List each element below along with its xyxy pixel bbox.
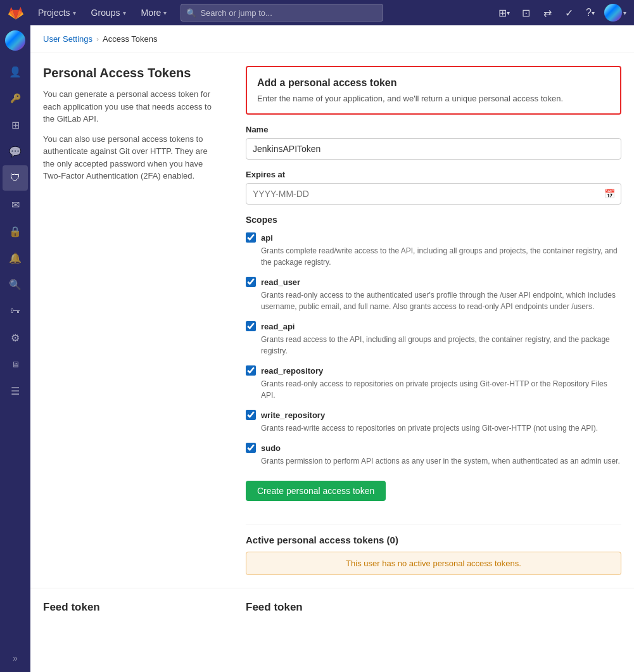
scope-desc-sudo: Grants permission to perform API actions… bbox=[261, 455, 621, 467]
nav-more[interactable]: More ▾ bbox=[135, 0, 174, 25]
breadcrumb-separator: › bbox=[96, 35, 99, 44]
create-token-button[interactable]: Create personal access token bbox=[246, 481, 386, 501]
add-token-desc: Enter the name of your application, and … bbox=[257, 94, 610, 103]
todos-icon[interactable]: ✓ bbox=[559, 3, 579, 23]
sidebar-item-notifications[interactable]: 🔔 bbox=[3, 245, 28, 270]
scope-item-sudo: sudo Grants permission to perform API ac… bbox=[246, 443, 621, 467]
scope-item-read-repository: read_repository Grants read-only access … bbox=[246, 365, 621, 401]
sidebar-item-ssh[interactable]: 🗝 bbox=[3, 298, 28, 324]
feed-token-right: Feed token bbox=[246, 601, 303, 614]
chevron-down-icon: ▾ bbox=[73, 10, 76, 16]
gear-icon: ⚙ bbox=[11, 332, 20, 344]
sidebar-item-email[interactable]: ✉ bbox=[3, 192, 28, 217]
search-bar[interactable]: 🔍 Search or jump to... bbox=[181, 4, 383, 22]
no-tokens-notice: This user has no active personal access … bbox=[246, 552, 621, 575]
expires-field-group: Expires at 📅 bbox=[246, 170, 621, 205]
scope-desc-read-user: Grants read-only access to the authentic… bbox=[261, 289, 621, 312]
scope-item-write-repository: write_repository Grants read-write acces… bbox=[246, 410, 621, 434]
expires-input[interactable] bbox=[246, 183, 621, 205]
breadcrumb: User Settings › Access Tokens bbox=[30, 25, 634, 53]
nav-projects[interactable]: Projects ▾ bbox=[32, 0, 82, 25]
scope-item-read-user: read_user Grants read-only access to the… bbox=[246, 277, 621, 312]
scope-name-read-user[interactable]: read_user bbox=[261, 277, 300, 287]
person-icon: 👤 bbox=[9, 66, 22, 78]
chevron-down-icon: ▾ bbox=[123, 10, 126, 16]
scope-name-read-repository[interactable]: read_repository bbox=[261, 366, 323, 376]
nav-groups[interactable]: Groups ▾ bbox=[85, 0, 132, 25]
page-title: Personal Access Tokens bbox=[43, 66, 220, 80]
scope-header-read-api: read_api bbox=[246, 321, 621, 331]
sidebar-item-deploy[interactable]: 🖥 bbox=[3, 352, 28, 377]
sidebar: 👤 🔑 ⊞ 💬 🛡 ✉ 🔒 🔔 🔍 🗝 ⚙ bbox=[0, 25, 30, 672]
sidebar-item-password[interactable]: 🔒 bbox=[3, 219, 28, 244]
grid-icon: ⊞ bbox=[11, 119, 20, 131]
scope-checkbox-read-user[interactable] bbox=[246, 277, 256, 287]
help-button[interactable]: ? ▾ bbox=[580, 3, 600, 23]
sidebar-item-audit[interactable]: 🔍 bbox=[3, 272, 28, 297]
audit-icon: 🔍 bbox=[9, 279, 22, 291]
chevron-down-icon: ▾ bbox=[507, 10, 510, 16]
monitor-icon: 🖥 bbox=[11, 360, 20, 369]
scope-name-api[interactable]: api bbox=[261, 233, 273, 243]
scope-header-read-repository: read_repository bbox=[246, 365, 621, 376]
plus-button[interactable]: ⊞ ▾ bbox=[494, 3, 514, 23]
key2-icon: 🗝 bbox=[10, 305, 20, 317]
search-icon: 🔍 bbox=[186, 8, 196, 18]
scope-desc-write-repository: Grants read-write access to repositories… bbox=[261, 422, 621, 434]
sidebar-bottom: » bbox=[3, 649, 28, 667]
sidebar-item-account[interactable]: 🔑 bbox=[3, 86, 28, 111]
sidebar-item-profile[interactable]: 👤 bbox=[3, 59, 28, 84]
scope-checkbox-read-repository[interactable] bbox=[246, 365, 256, 376]
scope-checkbox-write-repository[interactable] bbox=[246, 410, 256, 420]
scope-name-read-api[interactable]: read_api bbox=[261, 322, 295, 331]
name-input[interactable] bbox=[246, 138, 621, 160]
scope-header-api: api bbox=[246, 232, 621, 243]
nav-right-actions: ⊞ ▾ ⊡ ⇄ ✓ ? ▾ ▾ bbox=[494, 3, 626, 23]
gitlab-logo[interactable] bbox=[8, 4, 24, 21]
page-content: Personal Access Tokens You can generate … bbox=[30, 53, 634, 588]
feed-token-right-title: Feed token bbox=[246, 601, 303, 614]
email-icon: ✉ bbox=[11, 199, 20, 211]
name-label: Name bbox=[246, 125, 621, 134]
scope-item-read-api: read_api Grants read access to the API, … bbox=[246, 321, 621, 357]
main-layout: 👤 🔑 ⊞ 💬 🛡 ✉ 🔒 🔔 🔍 🗝 ⚙ bbox=[0, 25, 634, 672]
scope-checkbox-api[interactable] bbox=[246, 232, 256, 243]
scope-header-read-user: read_user bbox=[246, 277, 621, 287]
scope-checkbox-read-api[interactable] bbox=[246, 321, 256, 331]
sidebar-expand-btn[interactable]: » bbox=[3, 649, 28, 667]
list-icon: ☰ bbox=[11, 385, 20, 397]
scope-header-sudo: sudo bbox=[246, 443, 621, 453]
scope-desc-read-api: Grants read access to the API, including… bbox=[261, 334, 621, 357]
scope-checkbox-sudo[interactable] bbox=[246, 443, 256, 453]
description-2: You can also use personal access tokens … bbox=[43, 133, 220, 182]
sidebar-avatar[interactable] bbox=[5, 30, 25, 51]
date-input-wrapper: 📅 bbox=[246, 183, 621, 205]
left-column: Personal Access Tokens You can generate … bbox=[43, 66, 220, 575]
sidebar-item-list[interactable]: ☰ bbox=[3, 378, 28, 403]
scope-name-sudo[interactable]: sudo bbox=[261, 443, 281, 453]
scope-desc-read-repository: Grants read-only access to repositories … bbox=[261, 378, 621, 401]
avatar-chevron[interactable]: ▾ bbox=[623, 10, 626, 16]
bell-icon: 🔔 bbox=[9, 252, 22, 264]
chevron-down-icon: ▾ bbox=[163, 10, 167, 16]
scope-name-write-repository[interactable]: write_repository bbox=[261, 410, 325, 420]
scope-desc-api: Grants complete read/write access to the… bbox=[261, 245, 621, 268]
sidebar-item-preferences[interactable]: ⚙ bbox=[3, 325, 28, 350]
merge-requests-icon[interactable]: ⇄ bbox=[537, 3, 557, 23]
sidebar-item-access-tokens[interactable]: 🛡 bbox=[3, 165, 28, 191]
shield-icon: 🛡 bbox=[10, 172, 20, 184]
breadcrumb-parent-link[interactable]: User Settings bbox=[43, 34, 92, 44]
feed-token-left-title: Feed token bbox=[43, 601, 220, 614]
feed-token-left: Feed token bbox=[43, 601, 220, 614]
sidebar-item-chat[interactable]: 💬 bbox=[3, 139, 28, 164]
sidebar-item-applications[interactable]: ⊞ bbox=[3, 112, 28, 137]
issues-icon[interactable]: ⊡ bbox=[516, 3, 536, 23]
lock-icon: 🔒 bbox=[9, 225, 22, 238]
user-avatar[interactable] bbox=[604, 4, 622, 22]
feed-token-section: Feed token Feed token bbox=[30, 588, 634, 626]
name-field-group: Name bbox=[246, 125, 621, 160]
plus-icon: ⊞ bbox=[498, 7, 507, 19]
chevron-right-icon: » bbox=[13, 653, 18, 663]
scope-item-api: api Grants complete read/write access to… bbox=[246, 232, 621, 268]
key-icon: 🔑 bbox=[10, 93, 21, 103]
